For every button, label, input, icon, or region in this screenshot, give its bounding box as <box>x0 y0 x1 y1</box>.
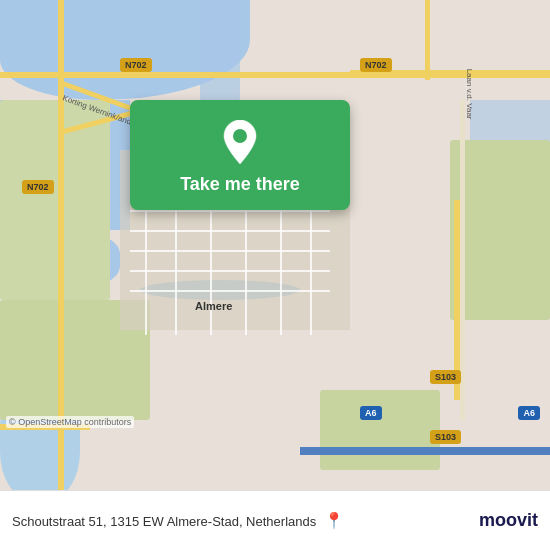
map-container: N702 N702 N702 S103 S103 A6 A6 Korting W… <box>0 0 550 490</box>
svg-point-0 <box>233 129 247 143</box>
badge-n702-top-right: N702 <box>360 58 392 72</box>
polder-left <box>0 100 110 300</box>
map-pin-icon <box>222 120 258 164</box>
address-text: Schoutstraat 51, 1315 EW Almere-Stad, Ne… <box>12 511 479 530</box>
label-laan: Laan v.d. Vaar <box>465 69 474 120</box>
copyright-text: © OpenStreetMap contributors <box>6 416 134 428</box>
polder-right <box>450 140 550 320</box>
badge-s103-1: S103 <box>430 370 461 384</box>
street-h7 <box>130 290 330 292</box>
road-a6 <box>300 447 550 455</box>
road-n702-right-vert <box>425 0 430 80</box>
address-label: Schoutstraat 51, 1315 EW Almere-Stad, Ne… <box>12 514 316 529</box>
bottom-bar: Schoutstraat 51, 1315 EW Almere-Stad, Ne… <box>0 490 550 550</box>
address-pin-icon: 📍 <box>324 511 344 530</box>
take-me-there-button[interactable]: Take me there <box>145 174 335 195</box>
badge-n702-top-left: N702 <box>120 58 152 72</box>
location-card: Take me there <box>130 100 350 210</box>
street-h5 <box>130 250 330 252</box>
label-almere: Almere <box>195 300 232 312</box>
street-h4 <box>130 230 330 232</box>
street-h3 <box>130 210 330 212</box>
street-h6 <box>130 270 330 272</box>
moovit-logo-text: moovit <box>479 510 538 531</box>
polder-bottom-right <box>320 390 440 470</box>
badge-s103-2: S103 <box>430 430 461 444</box>
badge-a6-2: A6 <box>518 406 540 420</box>
moovit-logo: moovit <box>479 510 538 531</box>
badge-n702-left: N702 <box>22 180 54 194</box>
badge-a6-1: A6 <box>360 406 382 420</box>
